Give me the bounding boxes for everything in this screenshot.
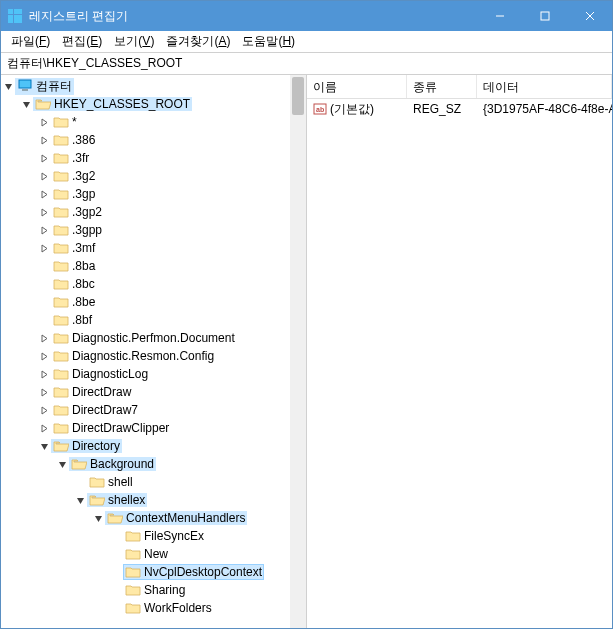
tree-item[interactable]: FileSyncEx	[1, 527, 306, 545]
expander-icon[interactable]	[37, 115, 51, 129]
tree-item-label: *	[72, 115, 77, 129]
minimize-button[interactable]	[477, 1, 522, 31]
tree-item-label: .3g2	[72, 169, 95, 183]
header-name[interactable]: 이름	[307, 75, 407, 98]
tree-item[interactable]: New	[1, 545, 306, 563]
tree-item-label: DirectDrawClipper	[72, 421, 169, 435]
maximize-button[interactable]	[522, 1, 567, 31]
tree-shell[interactable]: shell	[1, 473, 306, 491]
expander-icon[interactable]	[73, 493, 87, 507]
tree-item[interactable]: WorkFolders	[1, 599, 306, 617]
folder-icon	[35, 97, 51, 111]
expander-icon[interactable]	[37, 241, 51, 255]
folder-icon	[107, 511, 123, 525]
folder-icon	[125, 529, 141, 543]
header-type[interactable]: 종류	[407, 75, 477, 98]
tree-item[interactable]: *	[1, 113, 306, 131]
expander-icon[interactable]	[37, 403, 51, 417]
folder-icon	[125, 583, 141, 597]
menu-edit[interactable]: 편집(E)	[56, 31, 108, 52]
tree-item[interactable]: .8bf	[1, 311, 306, 329]
tree-item[interactable]: DirectDraw7	[1, 401, 306, 419]
tree-item-label: NvCplDesktopContext	[144, 565, 262, 579]
tree-contextmenuhandlers[interactable]: ContextMenuHandlers	[1, 509, 306, 527]
tree-item-label: shellex	[108, 493, 145, 507]
tree-scrollbar[interactable]	[290, 75, 306, 628]
tree-background[interactable]: Background	[1, 455, 306, 473]
menu-file[interactable]: 파일(F)	[5, 31, 56, 52]
tree-item[interactable]: .8bc	[1, 275, 306, 293]
tree-computer[interactable]: 컴퓨터	[1, 77, 306, 95]
expander-icon[interactable]	[55, 457, 69, 471]
tree-item[interactable]: .3g2	[1, 167, 306, 185]
folder-icon	[53, 295, 69, 309]
svg-rect-3	[14, 15, 22, 23]
tree-pane[interactable]: 컴퓨터HKEY_CLASSES_ROOT*.386.3fr.3g2.3gp.3g…	[1, 75, 307, 628]
expander-icon[interactable]	[37, 169, 51, 183]
tree-item-label: Diagnostic.Resmon.Config	[72, 349, 214, 363]
header-data[interactable]: 데이터	[477, 75, 612, 98]
expander-icon[interactable]	[37, 223, 51, 237]
address-bar[interactable]: 컴퓨터\HKEY_CLASSES_ROOT	[1, 53, 612, 75]
tree-item-label: .3gpp	[72, 223, 102, 237]
expander-icon[interactable]	[37, 421, 51, 435]
tree-item[interactable]: DiagnosticLog	[1, 365, 306, 383]
expander-icon[interactable]	[19, 97, 33, 111]
expander-icon[interactable]	[37, 349, 51, 363]
expander-icon[interactable]	[37, 205, 51, 219]
tree-item[interactable]: .3gpp	[1, 221, 306, 239]
menu-help[interactable]: 도움말(H)	[236, 31, 301, 52]
folder-icon	[53, 241, 69, 255]
tree-item[interactable]: .3gp	[1, 185, 306, 203]
expander-icon[interactable]	[37, 331, 51, 345]
tree-item[interactable]: Diagnostic.Perfmon.Document	[1, 329, 306, 347]
expander-icon[interactable]	[37, 385, 51, 399]
menu-view[interactable]: 보기(V)	[108, 31, 160, 52]
menu-favorites[interactable]: 즐겨찾기(A)	[160, 31, 236, 52]
tree-item[interactable]: Sharing	[1, 581, 306, 599]
folder-icon	[53, 367, 69, 381]
tree-shellex[interactable]: shellex	[1, 491, 306, 509]
tree-item[interactable]: .8be	[1, 293, 306, 311]
folder-icon	[125, 547, 141, 561]
folder-icon	[53, 151, 69, 165]
tree-item-label: .8be	[72, 295, 95, 309]
tree-item[interactable]: Diagnostic.Resmon.Config	[1, 347, 306, 365]
tree-item[interactable]: DirectDrawClipper	[1, 419, 306, 437]
expander-icon[interactable]	[37, 367, 51, 381]
tree-item-label: .3mf	[72, 241, 95, 255]
tree-item-label: Background	[90, 457, 154, 471]
expander-icon[interactable]	[37, 187, 51, 201]
titlebar[interactable]: 레지스트리 편집기	[1, 1, 612, 31]
tree-item-label: .386	[72, 133, 95, 147]
tree-item-label: Directory	[72, 439, 120, 453]
folder-icon	[53, 259, 69, 273]
value-name: (기본값)	[330, 101, 374, 118]
tree-item[interactable]: .3mf	[1, 239, 306, 257]
expander-icon[interactable]	[37, 151, 51, 165]
tree-item[interactable]: DirectDraw	[1, 383, 306, 401]
tree-item[interactable]: .386	[1, 131, 306, 149]
expander-icon[interactable]	[37, 133, 51, 147]
expander-icon[interactable]	[1, 79, 15, 93]
tree-item-label: .8bc	[72, 277, 95, 291]
close-button[interactable]	[567, 1, 612, 31]
folder-icon	[89, 493, 105, 507]
tree-item-label: WorkFolders	[144, 601, 212, 615]
tree-item[interactable]: .3gp2	[1, 203, 306, 221]
expander-icon[interactable]	[91, 511, 105, 525]
tree-hkcr[interactable]: HKEY_CLASSES_ROOT	[1, 95, 306, 113]
list-pane[interactable]: 이름 종류 데이터 ab (기본값) REG_SZ {3D1975AF-48C6…	[307, 75, 612, 628]
tree-item-label: 컴퓨터	[36, 78, 72, 95]
tree-item[interactable]: .8ba	[1, 257, 306, 275]
tree-item-label: .3fr	[72, 151, 89, 165]
tree-item[interactable]: .3fr	[1, 149, 306, 167]
folder-icon	[71, 457, 87, 471]
expander-icon[interactable]	[37, 439, 51, 453]
scrollbar-thumb[interactable]	[292, 77, 304, 115]
tree-item[interactable]: NvCplDesktopContext	[1, 563, 306, 581]
list-row[interactable]: ab (기본값) REG_SZ {3D1975AF-48C6-4f8e-A1	[307, 99, 612, 119]
svg-rect-8	[19, 80, 31, 88]
tree-directory[interactable]: Directory	[1, 437, 306, 455]
tree-item-label: .8ba	[72, 259, 95, 273]
